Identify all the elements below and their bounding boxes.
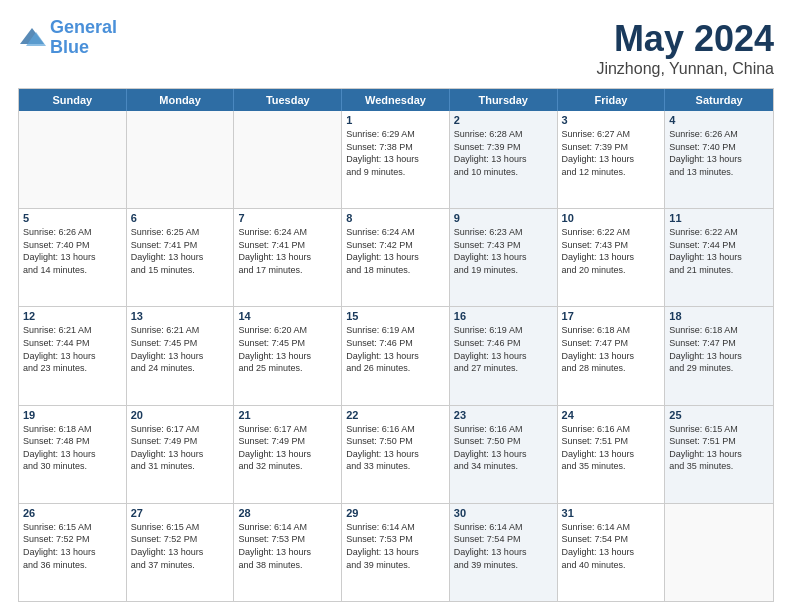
calendar-cell: 10Sunrise: 6:22 AM Sunset: 7:43 PM Dayli… — [558, 209, 666, 306]
main-title: May 2024 — [596, 18, 774, 60]
cell-info: Sunrise: 6:17 AM Sunset: 7:49 PM Dayligh… — [131, 423, 230, 473]
logo: General Blue — [18, 18, 117, 58]
calendar-cell: 12Sunrise: 6:21 AM Sunset: 7:44 PM Dayli… — [19, 307, 127, 404]
day-number: 11 — [669, 212, 769, 224]
cell-info: Sunrise: 6:23 AM Sunset: 7:43 PM Dayligh… — [454, 226, 553, 276]
title-block: May 2024 Jinzhong, Yunnan, China — [596, 18, 774, 78]
day-number: 2 — [454, 114, 553, 126]
cell-info: Sunrise: 6:24 AM Sunset: 7:41 PM Dayligh… — [238, 226, 337, 276]
day-number: 14 — [238, 310, 337, 322]
day-header-saturday: Saturday — [665, 89, 773, 111]
cell-info: Sunrise: 6:16 AM Sunset: 7:50 PM Dayligh… — [346, 423, 445, 473]
cell-info: Sunrise: 6:25 AM Sunset: 7:41 PM Dayligh… — [131, 226, 230, 276]
calendar-week-3: 12Sunrise: 6:21 AM Sunset: 7:44 PM Dayli… — [19, 307, 773, 405]
logo-blue: Blue — [50, 37, 89, 57]
day-header-sunday: Sunday — [19, 89, 127, 111]
calendar-cell: 29Sunrise: 6:14 AM Sunset: 7:53 PM Dayli… — [342, 504, 450, 601]
calendar-body: 1Sunrise: 6:29 AM Sunset: 7:38 PM Daylig… — [19, 111, 773, 601]
day-number: 27 — [131, 507, 230, 519]
cell-info: Sunrise: 6:19 AM Sunset: 7:46 PM Dayligh… — [346, 324, 445, 374]
day-number: 31 — [562, 507, 661, 519]
calendar-cell: 17Sunrise: 6:18 AM Sunset: 7:47 PM Dayli… — [558, 307, 666, 404]
calendar-cell: 30Sunrise: 6:14 AM Sunset: 7:54 PM Dayli… — [450, 504, 558, 601]
day-number: 28 — [238, 507, 337, 519]
calendar-cell: 9Sunrise: 6:23 AM Sunset: 7:43 PM Daylig… — [450, 209, 558, 306]
day-header-wednesday: Wednesday — [342, 89, 450, 111]
day-number: 12 — [23, 310, 122, 322]
cell-info: Sunrise: 6:22 AM Sunset: 7:43 PM Dayligh… — [562, 226, 661, 276]
day-header-monday: Monday — [127, 89, 235, 111]
page: General Blue May 2024 Jinzhong, Yunnan, … — [0, 0, 792, 612]
day-number: 18 — [669, 310, 769, 322]
calendar-week-2: 5Sunrise: 6:26 AM Sunset: 7:40 PM Daylig… — [19, 209, 773, 307]
cell-info: Sunrise: 6:14 AM Sunset: 7:54 PM Dayligh… — [454, 521, 553, 571]
calendar-cell: 22Sunrise: 6:16 AM Sunset: 7:50 PM Dayli… — [342, 406, 450, 503]
calendar-cell — [234, 111, 342, 208]
day-number: 8 — [346, 212, 445, 224]
cell-info: Sunrise: 6:20 AM Sunset: 7:45 PM Dayligh… — [238, 324, 337, 374]
cell-info: Sunrise: 6:16 AM Sunset: 7:50 PM Dayligh… — [454, 423, 553, 473]
cell-info: Sunrise: 6:18 AM Sunset: 7:47 PM Dayligh… — [669, 324, 769, 374]
cell-info: Sunrise: 6:15 AM Sunset: 7:51 PM Dayligh… — [669, 423, 769, 473]
calendar-cell: 26Sunrise: 6:15 AM Sunset: 7:52 PM Dayli… — [19, 504, 127, 601]
day-number: 17 — [562, 310, 661, 322]
day-number: 21 — [238, 409, 337, 421]
day-number: 4 — [669, 114, 769, 126]
day-number: 30 — [454, 507, 553, 519]
calendar-cell: 5Sunrise: 6:26 AM Sunset: 7:40 PM Daylig… — [19, 209, 127, 306]
day-header-tuesday: Tuesday — [234, 89, 342, 111]
cell-info: Sunrise: 6:28 AM Sunset: 7:39 PM Dayligh… — [454, 128, 553, 178]
cell-info: Sunrise: 6:24 AM Sunset: 7:42 PM Dayligh… — [346, 226, 445, 276]
cell-info: Sunrise: 6:18 AM Sunset: 7:47 PM Dayligh… — [562, 324, 661, 374]
calendar-cell: 15Sunrise: 6:19 AM Sunset: 7:46 PM Dayli… — [342, 307, 450, 404]
day-number: 9 — [454, 212, 553, 224]
calendar-cell: 8Sunrise: 6:24 AM Sunset: 7:42 PM Daylig… — [342, 209, 450, 306]
calendar-cell: 24Sunrise: 6:16 AM Sunset: 7:51 PM Dayli… — [558, 406, 666, 503]
cell-info: Sunrise: 6:15 AM Sunset: 7:52 PM Dayligh… — [131, 521, 230, 571]
calendar: SundayMondayTuesdayWednesdayThursdayFrid… — [18, 88, 774, 602]
calendar-week-1: 1Sunrise: 6:29 AM Sunset: 7:38 PM Daylig… — [19, 111, 773, 209]
logo-general: General — [50, 17, 117, 37]
calendar-cell — [127, 111, 235, 208]
calendar-cell — [19, 111, 127, 208]
calendar-cell: 4Sunrise: 6:26 AM Sunset: 7:40 PM Daylig… — [665, 111, 773, 208]
calendar-cell: 23Sunrise: 6:16 AM Sunset: 7:50 PM Dayli… — [450, 406, 558, 503]
day-number: 22 — [346, 409, 445, 421]
subtitle: Jinzhong, Yunnan, China — [596, 60, 774, 78]
cell-info: Sunrise: 6:14 AM Sunset: 7:54 PM Dayligh… — [562, 521, 661, 571]
day-number: 13 — [131, 310, 230, 322]
calendar-cell: 19Sunrise: 6:18 AM Sunset: 7:48 PM Dayli… — [19, 406, 127, 503]
calendar-cell — [665, 504, 773, 601]
day-header-friday: Friday — [558, 89, 666, 111]
calendar-cell: 27Sunrise: 6:15 AM Sunset: 7:52 PM Dayli… — [127, 504, 235, 601]
calendar-cell: 21Sunrise: 6:17 AM Sunset: 7:49 PM Dayli… — [234, 406, 342, 503]
logo-icon — [18, 24, 46, 52]
day-number: 5 — [23, 212, 122, 224]
cell-info: Sunrise: 6:26 AM Sunset: 7:40 PM Dayligh… — [669, 128, 769, 178]
day-header-thursday: Thursday — [450, 89, 558, 111]
cell-info: Sunrise: 6:21 AM Sunset: 7:45 PM Dayligh… — [131, 324, 230, 374]
calendar-header: SundayMondayTuesdayWednesdayThursdayFrid… — [19, 89, 773, 111]
cell-info: Sunrise: 6:14 AM Sunset: 7:53 PM Dayligh… — [238, 521, 337, 571]
day-number: 26 — [23, 507, 122, 519]
day-number: 23 — [454, 409, 553, 421]
calendar-cell: 3Sunrise: 6:27 AM Sunset: 7:39 PM Daylig… — [558, 111, 666, 208]
cell-info: Sunrise: 6:22 AM Sunset: 7:44 PM Dayligh… — [669, 226, 769, 276]
calendar-cell: 13Sunrise: 6:21 AM Sunset: 7:45 PM Dayli… — [127, 307, 235, 404]
calendar-cell: 1Sunrise: 6:29 AM Sunset: 7:38 PM Daylig… — [342, 111, 450, 208]
day-number: 19 — [23, 409, 122, 421]
cell-info: Sunrise: 6:21 AM Sunset: 7:44 PM Dayligh… — [23, 324, 122, 374]
cell-info: Sunrise: 6:17 AM Sunset: 7:49 PM Dayligh… — [238, 423, 337, 473]
cell-info: Sunrise: 6:14 AM Sunset: 7:53 PM Dayligh… — [346, 521, 445, 571]
day-number: 6 — [131, 212, 230, 224]
calendar-cell: 14Sunrise: 6:20 AM Sunset: 7:45 PM Dayli… — [234, 307, 342, 404]
calendar-cell: 31Sunrise: 6:14 AM Sunset: 7:54 PM Dayli… — [558, 504, 666, 601]
cell-info: Sunrise: 6:16 AM Sunset: 7:51 PM Dayligh… — [562, 423, 661, 473]
calendar-cell: 7Sunrise: 6:24 AM Sunset: 7:41 PM Daylig… — [234, 209, 342, 306]
header: General Blue May 2024 Jinzhong, Yunnan, … — [18, 18, 774, 78]
day-number: 24 — [562, 409, 661, 421]
day-number: 29 — [346, 507, 445, 519]
cell-info: Sunrise: 6:27 AM Sunset: 7:39 PM Dayligh… — [562, 128, 661, 178]
day-number: 3 — [562, 114, 661, 126]
day-number: 16 — [454, 310, 553, 322]
